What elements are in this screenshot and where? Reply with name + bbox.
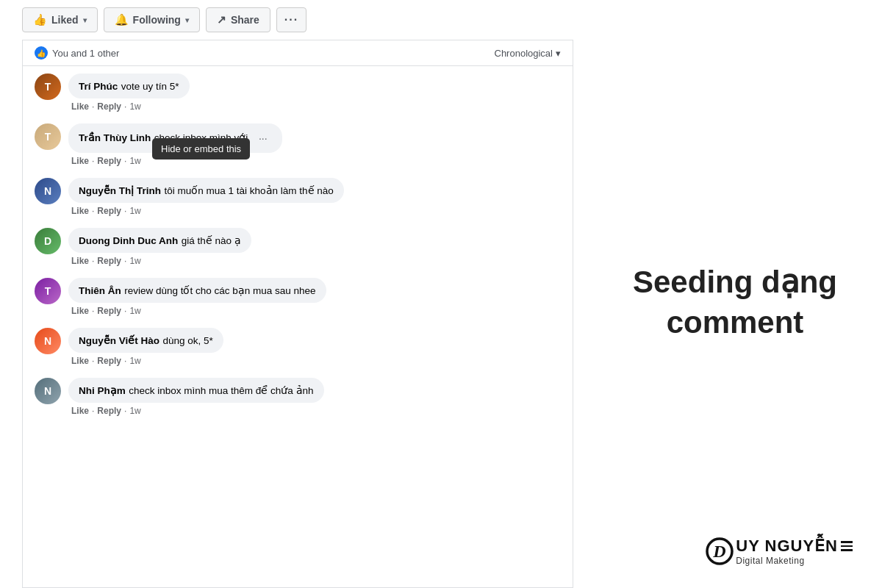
comment-body: Duong Dinh Duc Anh giá thế nào ạ Like · … [68, 228, 561, 266]
likes-left: 👍 You and 1 other [35, 46, 119, 60]
dot-separator: · [124, 406, 126, 416]
comment-item: N Nguyễn Thị Trinh tôi muốn mua 1 tài kh… [35, 178, 561, 216]
seeding-title: Seeding dạng comment [633, 262, 837, 343]
following-button[interactable]: 🔔 Following ▾ [104, 7, 200, 32]
brand-line1 [841, 541, 853, 543]
right-panel: Seeding dạng comment D UY NGUYỄN [573, 40, 882, 588]
comment-item: N Nguyễn Viết Hào dùng ok, 5* Like · Rep… [35, 328, 561, 366]
comment-actions: Like · Reply · 1w [68, 353, 561, 366]
comment-body: Trần Thùy Linh check inbox mình với ··· … [68, 123, 561, 166]
more-options-comment-button[interactable]: ··· [254, 129, 272, 147]
dot-separator: · [92, 101, 94, 112]
comment-author[interactable]: Nguyễn Viết Hào [79, 335, 159, 346]
comment-item: T Trí Phúc vote uy tín 5* Like · Reply ·… [35, 74, 561, 112]
comment-text: tôi muốn mua 1 tài khoản làm thế nào [164, 185, 333, 196]
dot-separator: · [92, 256, 94, 266]
comment-text: review dùng tốt cho các bạn mua sau nhee [124, 285, 315, 296]
sort-label: Chronological [495, 48, 553, 59]
dot-separator: · [92, 156, 94, 166]
avatar: N [35, 378, 61, 404]
comment-item: N Nhi Phạm check inbox mình mua thêm để … [35, 378, 561, 416]
share-icon: ↗ [217, 13, 226, 26]
avatar: T [35, 123, 61, 150]
brand-subtitle: Digital Maketing [736, 556, 853, 566]
liked-caret: ▾ [83, 16, 87, 24]
more-options-button[interactable]: ··· [276, 7, 306, 32]
comment-author[interactable]: Nguyễn Thị Trinh [79, 185, 161, 196]
share-button[interactable]: ↗ Share [206, 7, 270, 32]
dot-separator: · [124, 306, 126, 316]
dot-separator: · [124, 156, 126, 166]
dot-separator: · [124, 101, 126, 112]
comment-bubble: Trí Phúc vote uy tín 5* [68, 74, 190, 98]
comment-actions: Like · Reply · 1w [68, 153, 561, 166]
comment-author[interactable]: Trần Thùy Linh [79, 132, 151, 143]
comment-author[interactable]: Nhi Phạm [79, 385, 126, 396]
comment-text: dùng ok, 5* [162, 335, 212, 346]
comment-actions: Like · Reply · 1w [68, 303, 561, 316]
dot-separator: · [92, 206, 94, 216]
liked-button[interactable]: 👍 Liked ▾ [22, 7, 98, 32]
comment-bubble: Thiên Ân review dùng tốt cho các bạn mua… [68, 278, 326, 303]
comment-time: 1w [129, 256, 140, 266]
like-action[interactable]: Like [71, 206, 89, 216]
avatar: N [35, 328, 61, 354]
dot-separator: · [124, 256, 126, 266]
avatar: N [35, 178, 61, 204]
comment-text: vote uy tín 5* [121, 81, 179, 92]
comment-body: Nguyễn Viết Hào dùng ok, 5* Like · Reply… [68, 328, 561, 366]
avatar: T [35, 278, 61, 304]
reply-action[interactable]: Reply [97, 256, 121, 266]
comment-bubble: Duong Dinh Duc Anh giá thế nào ạ [68, 228, 251, 253]
brand-line2 [841, 545, 853, 548]
comments-list: T Trí Phúc vote uy tín 5* Like · Reply ·… [23, 66, 573, 587]
reply-action[interactable]: Reply [97, 356, 121, 366]
likes-text: You and 1 other [52, 48, 119, 59]
comment-author[interactable]: Thiên Ân [79, 285, 121, 296]
comment-time: 1w [129, 206, 140, 216]
like-action[interactable]: Like [71, 306, 89, 316]
comment-text: giá thế nào ạ [182, 235, 241, 246]
dot-separator: · [92, 406, 94, 416]
comment-author[interactable]: Trí Phúc [79, 81, 118, 92]
comment-time: 1w [129, 406, 140, 416]
like-action[interactable]: Like [71, 156, 89, 166]
reply-action[interactable]: Reply [97, 406, 121, 416]
comment-time: 1w [129, 156, 140, 166]
brand-logo: D UY NGUYỄN Digital Maketing [617, 537, 853, 566]
like-icon: 👍 [33, 13, 47, 26]
like-action[interactable]: Like [71, 101, 89, 112]
title-line2: comment [633, 303, 837, 343]
comment-actions: Like · Reply · 1w [68, 203, 561, 216]
comment-item: T Thiên Ân review dùng tốt cho các bạn m… [35, 278, 561, 316]
reply-action[interactable]: Reply [97, 101, 121, 112]
reply-action[interactable]: Reply [97, 306, 121, 316]
like-action[interactable]: Like [71, 356, 89, 366]
comment-author[interactable]: Duong Dinh Duc Anh [79, 235, 178, 246]
facebook-comments-panel: 👍 You and 1 other Chronological ▾ T Trí … [22, 40, 573, 588]
dot-separator: · [124, 206, 126, 216]
share-label: Share [231, 14, 259, 26]
comment-body: Nguyễn Thị Trinh tôi muốn mua 1 tài khoả… [68, 178, 561, 216]
like-action[interactable]: Like [71, 256, 89, 266]
liked-label: Liked [51, 14, 79, 26]
comment-time: 1w [129, 306, 140, 316]
comment-time: 1w [129, 101, 140, 112]
comment-body: Trí Phúc vote uy tín 5* Like · Reply · 1… [68, 74, 561, 112]
sort-caret: ▾ [556, 48, 561, 59]
reply-action[interactable]: Reply [97, 156, 121, 166]
comment-bubble: Trần Thùy Linh check inbox mình với ··· [68, 123, 282, 153]
dot-separator: · [92, 306, 94, 316]
dot-separator: · [92, 356, 94, 366]
like-action[interactable]: Like [71, 406, 89, 416]
brand-line3 [841, 549, 853, 551]
likes-icon: 👍 [35, 46, 48, 60]
comment-actions: Like · Reply · 1w [68, 403, 561, 416]
chronological-sort[interactable]: Chronological ▾ [495, 48, 562, 59]
following-icon: 🔔 [115, 13, 129, 26]
main-content: 👍 You and 1 other Chronological ▾ T Trí … [0, 40, 882, 588]
avatar: D [35, 228, 61, 254]
comment-item: D Duong Dinh Duc Anh giá thế nào ạ Like … [35, 228, 561, 266]
reply-action[interactable]: Reply [97, 206, 121, 216]
following-caret: ▾ [185, 16, 189, 24]
